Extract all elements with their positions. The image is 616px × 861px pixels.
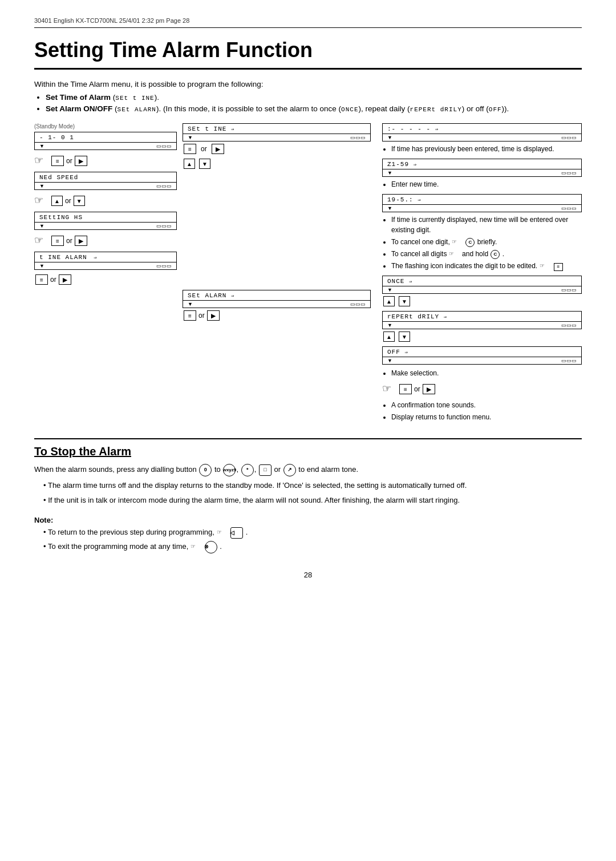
- menu-btn-5[interactable]: ≡: [184, 310, 196, 321]
- bullet-set-alarm: Set Alarm ON/OFF (SEt ALARN). (In this m…: [46, 104, 582, 113]
- menu-btn-2[interactable]: ≡: [51, 236, 64, 246]
- battery-icon-2: ▭▭▭: [156, 183, 172, 189]
- time-alarm-display: t INE ALARN ⇒ ▼ ▭▭▭: [34, 252, 177, 270]
- battery-icon-4: ▭▭▭: [156, 263, 172, 269]
- arrow-right-btn-3[interactable]: ▶: [59, 274, 71, 285]
- hand-icon-note2: ☞: [191, 543, 202, 552]
- make-selection-step: ☞ ≡ or ▶: [382, 383, 582, 395]
- arrow-right-btn-2[interactable]: ▶: [75, 236, 87, 246]
- menu-btn-1[interactable]: ≡: [51, 156, 64, 166]
- menu-btn-3[interactable]: ≡: [35, 274, 48, 285]
- menu-btn-flashing[interactable]: ≡: [554, 263, 563, 271]
- power-btn-note[interactable]: ⊗: [205, 541, 217, 553]
- header-meta: 30401 English KX-TCD700NL 25/4/01 2:32 p…: [34, 17, 582, 28]
- arrow-right-btn-5[interactable]: ▶: [207, 310, 220, 321]
- nav-up-btn-1[interactable]: ▲: [51, 196, 63, 206]
- battery-icon-9: ▭▭▭: [561, 205, 577, 211]
- standby-label: (Standby Mode): [34, 123, 177, 130]
- new-speed-lcd-line: NEd SPEEd: [34, 172, 177, 183]
- bullet-set-alarm-detail: (SEt ALARN). (In this mode, it is possib…: [115, 104, 509, 113]
- note-title: Note:: [34, 516, 582, 524]
- settings-display: SEttING HS ▼ ▭▭▭: [34, 212, 177, 230]
- time-dashes-display: :- - - - - ⇒ ▼ ▭▭▭: [382, 123, 582, 142]
- btn-0[interactable]: 0: [199, 464, 212, 476]
- btn-mute[interactable]: □: [259, 464, 271, 476]
- once-display: ONCE ⇒ ▼ ▭▭▭: [382, 276, 582, 294]
- antenna-icon-2: ▼: [39, 183, 44, 189]
- or-text-sel: or: [414, 385, 420, 393]
- menu-btn-4[interactable]: ≡: [184, 144, 196, 154]
- page: 30401 English KX-TCD700NL 25/4/01 2:32 p…: [0, 0, 616, 861]
- 19-5-lcd: 19-5.: ⇒: [382, 194, 582, 205]
- hand-icon-2: ☞: [34, 195, 50, 207]
- arrow-right-btn-1[interactable]: ▶: [75, 156, 87, 166]
- new-speed-lcd-icons: ▼ ▭▭▭: [34, 183, 177, 190]
- diagram-area: (Standby Mode) - 1- 0 1 ▼ ▭▭▭ ☞ ≡ or ▶: [34, 123, 582, 427]
- arrow-right-btn-sel[interactable]: ▶: [423, 384, 435, 394]
- or-text-1: or: [66, 157, 72, 165]
- battery-icon-11: ▭▭▭: [561, 322, 577, 328]
- battery-icon-10: ▭▭▭: [561, 287, 577, 293]
- antenna-icon-9: ▼: [387, 205, 392, 211]
- svg-text:☞: ☞: [540, 262, 545, 269]
- hand-icon-flashing: ☞: [540, 262, 551, 271]
- btn-9[interactable]: wxyz9: [223, 464, 236, 476]
- detail-note-time-display: If time has previously been entered, tim…: [382, 144, 582, 154]
- nav-up-btn-3[interactable]: ▲: [383, 296, 395, 306]
- hand-icon-1: ☞: [34, 155, 50, 167]
- stop-bullet-2: • If the unit is in talk or intercom mod…: [41, 495, 582, 506]
- once-lcd: ONCE ⇒: [382, 276, 582, 286]
- arrow-right-btn-4[interactable]: ▶: [212, 144, 224, 154]
- btn-star[interactable]: *: [241, 464, 254, 476]
- or-text-2: or: [65, 197, 71, 205]
- time-alarm-lcd-line: t INE ALARN ⇒: [34, 252, 177, 262]
- menu-btn-sel[interactable]: ≡: [399, 384, 412, 394]
- step4: ≡ or ▶: [34, 274, 177, 285]
- battery-icon-8: ▭▭▭: [561, 170, 577, 176]
- repeat-daily-lcd: rEPERt dRILY ⇒: [382, 311, 582, 322]
- step6: ≡ or ▶: [183, 310, 371, 321]
- nav-down-btn-1[interactable]: ▼: [74, 196, 85, 206]
- c-btn-2[interactable]: C: [491, 250, 500, 259]
- detail-note-enter-time: Enter new time.: [382, 179, 582, 189]
- set-t-ine-lcd: SEt t INE ⇒: [183, 123, 371, 134]
- repeat-daily-icons: ▼ ▭▭▭: [382, 322, 582, 329]
- z159-display: Z1-59 ⇒ ▼ ▭▭▭: [382, 159, 582, 177]
- hand-icon-c2: ☞: [449, 250, 460, 259]
- back-btn-1[interactable]: ◁: [230, 527, 243, 539]
- note-1: • To return to the previous step during …: [41, 527, 582, 539]
- svg-text:☞: ☞: [34, 235, 43, 246]
- bullet-set-time-lcd: (SEt t INE).: [113, 93, 159, 102]
- note-2: • To exit the programming mode at any ti…: [41, 541, 582, 553]
- nav-down-btn-2[interactable]: ▼: [199, 159, 210, 169]
- antenna-icon-3: ▼: [39, 223, 44, 229]
- nav-up-btn-4[interactable]: ▲: [383, 332, 395, 342]
- standby-lcd-line: - 1- 0 1: [34, 132, 177, 143]
- svg-text:☞: ☞: [34, 195, 43, 206]
- nav-up-btn-2[interactable]: ▲: [184, 159, 195, 169]
- nav-down-btn-4[interactable]: ▼: [399, 332, 410, 342]
- svg-text:☞: ☞: [449, 250, 454, 257]
- btn-talk[interactable]: ↗: [283, 464, 296, 476]
- c-btn-1[interactable]: C: [465, 238, 475, 247]
- antenna-icon-10: ▼: [387, 287, 392, 293]
- new-speed-display: NEd SPEEd ▼ ▭▭▭: [34, 172, 177, 190]
- cancel-all-note: To cancel all digits ☞ and hold C .: [391, 249, 582, 259]
- note-section: Note: • To return to the previous step d…: [34, 516, 582, 553]
- set-alarm-lcd-icons: ▼ ▭▭▭: [183, 301, 371, 308]
- cancel-one-note: To cancel one digit, ☞ C briefly.: [391, 237, 582, 247]
- diagram-mid: SEt t INE ⇒ ▼ ▭▭▭ ≡ or ▶ ▲ ▼: [177, 123, 376, 427]
- time-dashes-icons: ▼ ▭▭▭: [382, 134, 582, 142]
- stop-alarm-title: To Stop the Alarm: [34, 445, 582, 458]
- antenna-icon-6: ▼: [188, 301, 193, 307]
- 19-5-display: 19-5.: ⇒ ▼ ▭▭▭: [382, 194, 582, 212]
- z159-lcd: Z1-59 ⇒: [382, 159, 582, 169]
- or-text-6: or: [198, 312, 205, 320]
- antenna-icon-8: ▼: [387, 170, 392, 176]
- 19-5-icons: ▼ ▭▭▭: [382, 205, 582, 212]
- nav-down-btn-3[interactable]: ▼: [399, 296, 410, 306]
- off-lcd: OFF ⇒: [382, 346, 582, 357]
- battery-icon-7: ▭▭▭: [561, 135, 577, 140]
- svg-text:☞: ☞: [217, 529, 222, 535]
- nav-buttons-3: ▲ ▼: [382, 332, 582, 342]
